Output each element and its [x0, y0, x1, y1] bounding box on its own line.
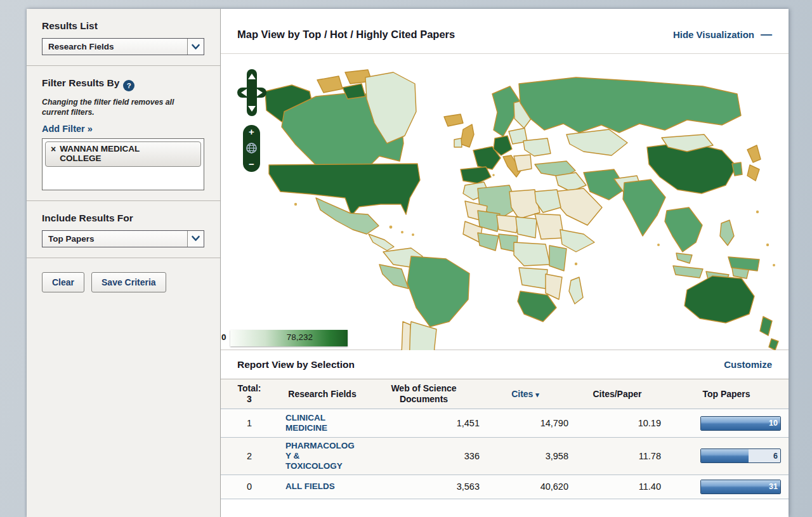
add-filter-link[interactable]: Add Filter »	[42, 124, 93, 134]
legend-max-value: 78,232	[287, 332, 313, 342]
total-count: Total: 3	[221, 383, 278, 405]
docs-cell: 3,563	[367, 481, 481, 492]
filter-chip-label: WANNAN MEDICAL COLLEGE	[60, 144, 161, 164]
table-row: 1 CLINICAL MEDICINE 1,451 14,790 10.19 1…	[221, 409, 789, 438]
report-table: Total: 3 Research Fields Web of Science …	[221, 379, 789, 499]
cites-per-paper-cell: 11.40	[570, 481, 665, 492]
top-papers-cell: 10	[665, 416, 788, 431]
research-field-link[interactable]: ALL FIELDS	[285, 478, 357, 495]
sidebar: Results List Research Fields Filter Resu…	[27, 9, 221, 517]
top-papers-bar[interactable]: 6	[700, 448, 781, 463]
cites-cell: 3,958	[481, 451, 570, 461]
results-list-dropdown[interactable]: Research Fields	[42, 38, 204, 55]
cites-per-paper-cell: 10.19	[570, 418, 665, 428]
include-results-dropdown[interactable]: Top Papers	[42, 230, 204, 247]
column-header-cites-per-paper[interactable]: Cites/Paper	[570, 389, 665, 400]
report-view-header: Report View by Selection Customize	[221, 350, 789, 379]
filter-title: Filter Results By?	[42, 77, 205, 91]
results-list-section: Results List Research Fields	[27, 9, 220, 66]
rank-cell: 1	[221, 418, 278, 428]
map-color-legend: 0 78,232	[230, 330, 348, 346]
research-field-link[interactable]: PHARMACOLOGY & TOXICOLOGY	[285, 438, 357, 474]
clear-button[interactable]: Clear	[42, 272, 84, 292]
rank-cell: 2	[221, 451, 278, 461]
zoom-in-icon[interactable]: +	[249, 127, 254, 136]
top-papers-bar[interactable]: 10	[700, 416, 781, 431]
remove-filter-icon[interactable]: ×	[51, 144, 56, 155]
filter-section: Filter Results By? Changing the filter f…	[27, 66, 220, 201]
docs-cell: 1,451	[367, 418, 481, 428]
table-row: 0 ALL FIELDS 3,563 40,620 11.40 31	[221, 475, 789, 499]
column-header-cites[interactable]: Cites ▾	[481, 389, 570, 400]
zoom-out-icon[interactable]: −	[249, 159, 254, 169]
include-results-section: Include Results For Top Papers	[27, 201, 220, 258]
map-view-title: Map View by Top / Hot / Highly Cited Pap…	[237, 29, 455, 41]
map-navigation-controls: + −	[237, 69, 266, 172]
customize-link[interactable]: Customize	[724, 359, 772, 370]
include-results-dropdown-value: Top Papers	[43, 231, 187, 247]
include-results-title: Include Results For	[42, 213, 205, 224]
sort-descending-icon: ▾	[535, 391, 539, 398]
cites-cell: 40,620	[481, 481, 570, 492]
zoom-control[interactable]: + −	[243, 125, 260, 172]
content-panel: Results List Research Fields Filter Resu…	[27, 9, 789, 517]
help-icon[interactable]: ?	[123, 80, 134, 91]
filter-list-box: × WANNAN MEDICAL COLLEGE	[42, 138, 204, 190]
filter-chip[interactable]: × WANNAN MEDICAL COLLEGE	[45, 141, 201, 167]
cites-per-paper-cell: 11.78	[570, 451, 665, 461]
column-header-wos-documents[interactable]: Web of Science Documents	[367, 383, 481, 405]
chevron-down-icon	[187, 231, 204, 247]
research-field-link[interactable]: CLINICAL MEDICINE	[285, 410, 357, 436]
world-map[interactable]: + − 0 78,232	[221, 54, 789, 350]
choropleth-map	[221, 54, 788, 350]
sidebar-buttons: Clear Save Criteria	[27, 258, 220, 306]
docs-cell: 336	[367, 451, 481, 461]
rank-cell: 0	[221, 481, 278, 492]
map-view-header: Map View by Top / Hot / Highly Cited Pap…	[221, 9, 789, 54]
top-papers-cell: 31	[665, 480, 788, 494]
filter-note: Changing the filter field removes all cu…	[42, 98, 200, 118]
column-header-top-papers[interactable]: Top Papers	[665, 389, 788, 400]
legend-min-value: 0	[221, 332, 226, 342]
top-papers-cell: 6	[665, 448, 788, 463]
results-list-title: Results List	[42, 20, 205, 32]
pan-control[interactable]	[237, 69, 266, 116]
top-papers-bar[interactable]: 31	[700, 480, 781, 494]
main-area: Map View by Top / Hot / Highly Cited Pap…	[221, 9, 789, 517]
collapse-dash-icon: —	[761, 28, 772, 41]
globe-icon[interactable]	[246, 142, 258, 154]
column-header-research-fields[interactable]: Research Fields	[278, 389, 367, 400]
hide-visualization-link[interactable]: Hide Visualization—	[673, 28, 772, 41]
results-list-dropdown-value: Research Fields	[43, 39, 187, 55]
cites-cell: 14,790	[481, 418, 570, 428]
chevron-down-icon	[187, 39, 204, 55]
table-header-row: Total: 3 Research Fields Web of Science …	[221, 379, 789, 409]
save-criteria-button[interactable]: Save Criteria	[91, 272, 166, 292]
table-row: 2 PHARMACOLOGY & TOXICOLOGY 336 3,958 11…	[221, 438, 789, 475]
report-view-title: Report View by Selection	[237, 359, 355, 370]
